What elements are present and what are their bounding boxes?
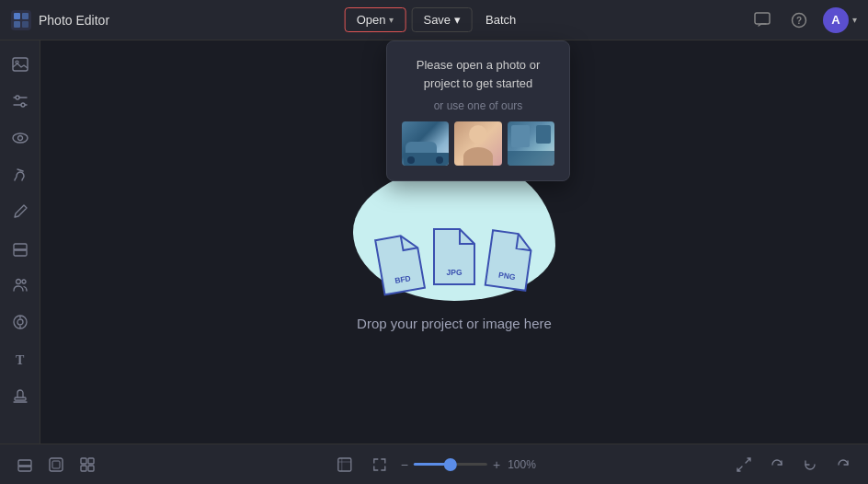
file-bfd: BFD [371, 228, 430, 302]
sample-image-person[interactable] [454, 121, 501, 166]
zoom-slider-container: − + [401, 457, 500, 472]
app-logo: Photo Editor [11, 10, 109, 30]
logo-icon [11, 10, 31, 30]
zoom-percent: 100 [508, 458, 526, 471]
zoom-slider[interactable] [414, 463, 487, 466]
svg-rect-8 [13, 58, 28, 71]
header-right: ? A ▾ [749, 7, 857, 33]
open-button[interactable]: Open ▾ [345, 7, 406, 32]
svg-rect-3 [14, 21, 20, 28]
file-png: PNG [481, 225, 538, 298]
svg-rect-34 [88, 466, 94, 471]
svg-rect-32 [88, 458, 94, 464]
bottom-toolbar: − + 100% [0, 444, 868, 484]
drop-text: Drop your project or image here [357, 316, 552, 331]
svg-point-13 [21, 103, 25, 107]
app-title: Photo Editor [39, 13, 109, 28]
svg-point-11 [16, 96, 19, 99]
svg-rect-25 [15, 398, 26, 400]
open-dropdown-popup: Please open a photo or project to get st… [386, 40, 570, 181]
svg-rect-29 [50, 458, 63, 471]
sidebar-item-people[interactable] [4, 269, 37, 302]
sample-image-canal[interactable] [508, 121, 554, 166]
header: Photo Editor Open ▾ Save ▾ Batch ? [0, 0, 868, 40]
user-avatar-row[interactable]: A ▾ [823, 7, 857, 33]
batch-label: Batch [485, 13, 516, 27]
svg-point-19 [22, 280, 26, 283]
sidebar-item-brush[interactable] [4, 195, 37, 228]
svg-point-9 [16, 61, 18, 63]
svg-rect-30 [52, 461, 60, 468]
svg-point-21 [17, 319, 23, 325]
svg-text:?: ? [796, 16, 802, 26]
svg-rect-2 [22, 13, 29, 19]
file-jpg-label: JPG [430, 268, 478, 277]
sidebar: T [0, 40, 40, 444]
svg-text:T: T [16, 353, 25, 367]
file-jpg: JPG [430, 225, 478, 292]
sidebar-item-view[interactable] [4, 121, 37, 155]
svg-rect-5 [755, 13, 770, 24]
save-label: Save [423, 13, 451, 27]
svg-rect-35 [338, 458, 351, 471]
sidebar-item-effects[interactable] [4, 305, 37, 339]
header-actions: Open ▾ Save ▾ Batch [345, 7, 524, 32]
sidebar-item-layers[interactable] [4, 232, 37, 265]
save-chevron-icon: ▾ [454, 13, 461, 27]
chat-icon-button[interactable] [749, 7, 775, 33]
svg-rect-33 [81, 466, 86, 471]
open-chevron-icon: ▾ [389, 15, 394, 25]
sidebar-item-stamp[interactable] [4, 379, 37, 412]
redo-button[interactable] [829, 451, 857, 478]
undo-button[interactable] [796, 451, 824, 478]
file-icons-row: BFD JPG PNG [375, 225, 533, 292]
svg-rect-4 [22, 21, 29, 28]
zoom-out-icon[interactable]: − [401, 457, 408, 472]
avatar-chevron-icon: ▾ [852, 15, 857, 25]
zoom-suffix: % [526, 458, 536, 471]
zoom-value: 100% [508, 458, 537, 471]
sidebar-item-text[interactable]: T [4, 342, 37, 375]
save-button[interactable]: Save ▾ [411, 7, 473, 32]
sample-image-car[interactable] [402, 121, 449, 166]
sidebar-item-adjustments[interactable] [4, 85, 37, 118]
bottom-center-zoom: − + 100% [331, 451, 537, 478]
open-label: Open [357, 13, 386, 27]
svg-point-18 [16, 280, 20, 284]
expand-view-button[interactable] [366, 451, 394, 478]
rotate-right-tool-button[interactable] [763, 451, 791, 478]
batch-button[interactable]: Batch [478, 8, 523, 31]
grid-tool-button[interactable] [74, 451, 101, 478]
sample-images-row [402, 121, 554, 166]
bottom-right-tools [730, 451, 857, 478]
sidebar-item-image[interactable] [4, 48, 37, 81]
dropdown-main-text: Please open a photo or project to get st… [402, 56, 554, 92]
expand-tool-button[interactable] [730, 451, 758, 478]
bottom-left-tools [11, 451, 101, 478]
help-icon-button[interactable]: ? [786, 7, 812, 33]
crop-tool-button[interactable] [42, 451, 70, 478]
dropdown-sub-text: or use one of ours [402, 99, 554, 112]
svg-rect-31 [81, 458, 86, 464]
frame-tool-button[interactable] [331, 451, 359, 478]
sidebar-item-paint[interactable] [4, 158, 37, 191]
layers-tool-button[interactable] [11, 451, 39, 478]
svg-rect-1 [14, 13, 20, 19]
zoom-in-icon[interactable]: + [493, 457, 500, 472]
svg-point-15 [17, 136, 22, 141]
user-avatar[interactable]: A [823, 7, 849, 33]
svg-point-14 [13, 133, 28, 143]
